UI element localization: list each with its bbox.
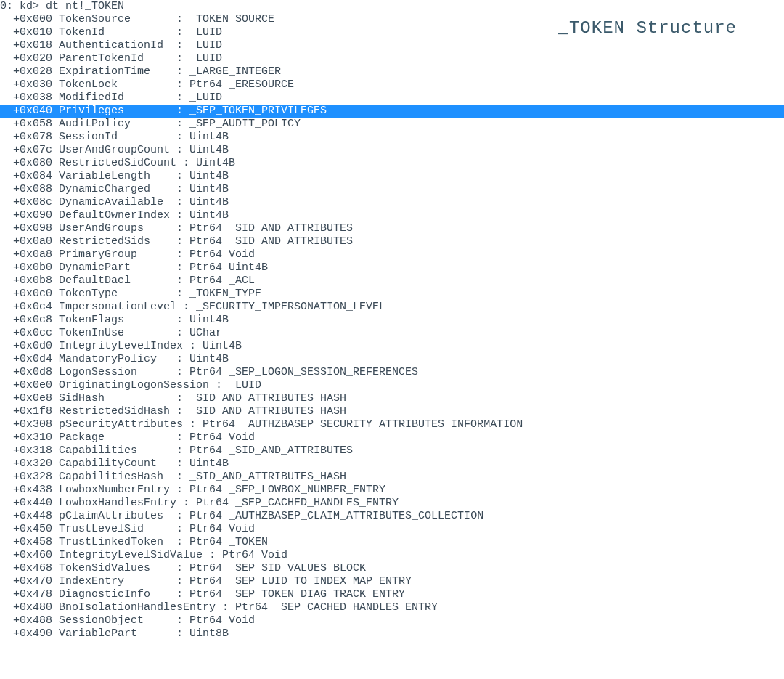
field-name: BnoIsolationHandlesEntry bbox=[59, 601, 216, 614]
field-separator: : bbox=[176, 497, 196, 510]
field-name: TrustLinkedToken bbox=[59, 536, 170, 549]
field-type: _SECURITY_IMPERSONATION_LEVEL bbox=[196, 301, 385, 314]
field-name: DiagnosticInfo bbox=[59, 588, 170, 601]
field-separator: : bbox=[176, 301, 196, 314]
field-type: Ptr64 _SEP_LOGON_SESSION_REFERENCES bbox=[189, 366, 418, 379]
field-row: +0x0d4 MandatoryPolicy : Uint4B bbox=[0, 353, 784, 366]
field-name: RestrictedSidHash bbox=[59, 405, 170, 418]
field-name: DynamicAvailable bbox=[59, 196, 170, 209]
field-offset: +0x488 bbox=[0, 614, 59, 627]
field-offset: +0x030 bbox=[0, 78, 59, 92]
field-row: +0x07c UserAndGroupCount : Uint4B bbox=[0, 144, 784, 157]
field-separator: : bbox=[170, 261, 189, 275]
field-type: _SEP_AUDIT_POLICY bbox=[189, 118, 301, 131]
field-offset: +0x058 bbox=[0, 118, 59, 131]
page-title-text: _TOKEN Structure bbox=[558, 18, 737, 38]
field-separator: : bbox=[170, 118, 189, 131]
field-separator: : bbox=[170, 275, 189, 288]
field-separator: : bbox=[170, 536, 189, 549]
field-type: Ptr64 _AUTHZBASEP_CLAIM_ATTRIBUTES_COLLE… bbox=[189, 510, 483, 523]
field-offset: +0x328 bbox=[0, 471, 59, 484]
field-type: Uint4B bbox=[189, 209, 229, 222]
field-row: +0x1f8 RestrictedSidHash : _SID_AND_ATTR… bbox=[0, 405, 784, 418]
field-row: +0x458 TrustLinkedToken : Ptr64 _TOKEN bbox=[0, 536, 784, 549]
field-offset: +0x000 bbox=[0, 13, 59, 26]
field-type: Uint4B bbox=[203, 340, 242, 353]
field-type: Uint4B bbox=[189, 183, 229, 196]
field-name: LogonSession bbox=[59, 366, 170, 379]
page-title: _TOKEN Structure bbox=[558, 22, 737, 35]
field-separator: : bbox=[170, 144, 189, 157]
field-separator: : bbox=[170, 13, 189, 26]
field-offset: +0x0a8 bbox=[0, 248, 59, 261]
field-separator: : bbox=[170, 392, 189, 405]
field-row: +0x0e0 OriginatingLogonSession : _LUID bbox=[0, 379, 784, 392]
field-offset: +0x090 bbox=[0, 209, 59, 222]
field-offset: +0x0d0 bbox=[0, 340, 59, 353]
field-row: +0x0b8 DefaultDacl : Ptr64 _ACL bbox=[0, 275, 784, 288]
field-row: +0x090 DefaultOwnerIndex : Uint4B bbox=[0, 209, 784, 222]
field-type: _TOKEN_SOURCE bbox=[189, 13, 274, 26]
field-separator: : bbox=[170, 562, 189, 575]
field-offset: +0x0b0 bbox=[0, 261, 59, 275]
field-separator: : bbox=[170, 327, 189, 340]
field-row: +0x328 CapabilitiesHash : _SID_AND_ATTRI… bbox=[0, 471, 784, 484]
field-row: +0x0e8 SidHash : _SID_AND_ATTRIBUTES_HAS… bbox=[0, 392, 784, 405]
field-type: Ptr64 Uint4B bbox=[189, 261, 268, 275]
field-name: IndexEntry bbox=[59, 575, 170, 588]
field-type: Ptr64 _SID_AND_ATTRIBUTES bbox=[189, 444, 353, 458]
field-separator: : bbox=[170, 235, 189, 248]
field-offset: +0x308 bbox=[0, 418, 59, 431]
field-type: _LUID bbox=[189, 26, 222, 39]
field-name: pClaimAttributes bbox=[59, 510, 170, 523]
field-offset: +0x320 bbox=[0, 458, 59, 471]
field-row: +0x0c4 ImpersonationLevel : _SECURITY_IM… bbox=[0, 301, 784, 314]
field-row: +0x310 Package : Ptr64 Void bbox=[0, 431, 784, 444]
field-separator: : bbox=[170, 431, 189, 444]
field-row: +0x018 AuthenticationId : _LUID bbox=[0, 39, 784, 52]
field-type: Ptr64 Void bbox=[222, 549, 287, 562]
field-type: _LARGE_INTEGER bbox=[189, 65, 281, 78]
field-offset: +0x458 bbox=[0, 536, 59, 549]
field-row: +0x490 VariablePart : Uint8B bbox=[0, 627, 784, 641]
field-row: +0x084 VariableLength : Uint4B bbox=[0, 170, 784, 183]
field-name: DynamicCharged bbox=[59, 183, 170, 196]
field-type: Ptr64 _SID_AND_ATTRIBUTES bbox=[189, 222, 353, 235]
field-separator: : bbox=[170, 170, 189, 183]
field-name: Capabilities bbox=[59, 444, 170, 458]
field-name: OriginatingLogonSession bbox=[59, 379, 209, 392]
field-name: SessionObject bbox=[59, 614, 170, 627]
field-row: +0x0d0 IntegrityLevelIndex : Uint4B bbox=[0, 340, 784, 353]
field-offset: +0x438 bbox=[0, 484, 59, 497]
field-separator: : bbox=[170, 92, 189, 105]
field-row: +0x460 IntegrityLevelSidValue : Ptr64 Vo… bbox=[0, 549, 784, 562]
field-row: +0x470 IndexEntry : Ptr64 _SEP_LUID_TO_I… bbox=[0, 575, 784, 588]
field-name: CapabilityCount bbox=[59, 458, 170, 471]
field-offset: +0x078 bbox=[0, 131, 59, 144]
field-type: Uint4B bbox=[196, 157, 235, 170]
field-type: _LUID bbox=[229, 379, 261, 392]
field-separator: : bbox=[170, 131, 189, 144]
field-offset: +0x0c0 bbox=[0, 288, 59, 301]
field-offset: +0x018 bbox=[0, 39, 59, 52]
field-name: IntegrityLevelSidValue bbox=[59, 549, 203, 562]
field-name: LowboxNumberEntry bbox=[59, 484, 170, 497]
field-row: +0x0c0 TokenType : _TOKEN_TYPE bbox=[0, 288, 784, 301]
debugger-output: 0: kd> dt nt!_TOKEN +0x000 TokenSource :… bbox=[0, 0, 784, 641]
field-name: SessionId bbox=[59, 131, 170, 144]
field-offset: +0x080 bbox=[0, 157, 59, 170]
field-offset: +0x310 bbox=[0, 431, 59, 444]
field-name: TokenSource bbox=[59, 13, 170, 26]
field-type: Ptr64 Void bbox=[189, 523, 255, 536]
field-name: MandatoryPolicy bbox=[59, 353, 170, 366]
field-row: +0x450 TrustLevelSid : Ptr64 Void bbox=[0, 523, 784, 536]
field-name: UserAndGroups bbox=[59, 222, 170, 235]
field-name: TrustLevelSid bbox=[59, 523, 170, 536]
field-offset: +0x448 bbox=[0, 510, 59, 523]
field-row: +0x08c DynamicAvailable : Uint4B bbox=[0, 196, 784, 209]
field-type: _SEP_TOKEN_PRIVILEGES bbox=[189, 105, 333, 118]
field-offset: +0x010 bbox=[0, 26, 59, 39]
field-name: VariablePart bbox=[59, 627, 170, 641]
field-name: PrimaryGroup bbox=[59, 248, 170, 261]
highlighted-field-row: +0x040 Privileges : _SEP_TOKEN_PRIVILEGE… bbox=[0, 105, 784, 118]
